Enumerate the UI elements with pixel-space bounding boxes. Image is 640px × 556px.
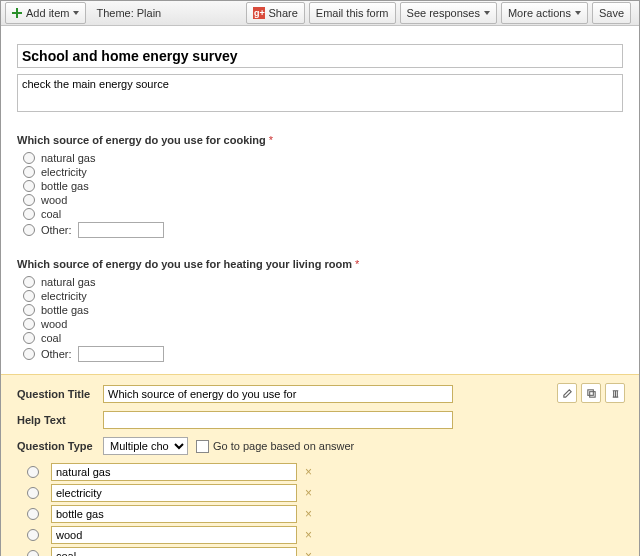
radio-icon[interactable] — [23, 224, 35, 236]
editor-option-input[interactable] — [51, 463, 297, 481]
radio-icon[interactable] — [23, 304, 35, 316]
add-item-label: Add item — [26, 7, 69, 19]
radio-icon[interactable] — [23, 332, 35, 344]
option-row[interactable]: wood — [17, 318, 623, 330]
radio-icon[interactable] — [23, 166, 35, 178]
go-to-page-checkbox-row[interactable]: Go to page based on answer — [196, 440, 354, 453]
share-button[interactable]: g+ Share — [246, 2, 304, 24]
theme-label: Theme: Plain — [90, 7, 167, 19]
editor-label-title: Question Title — [17, 388, 103, 400]
option-label: natural gas — [41, 152, 95, 164]
radio-icon[interactable] — [23, 152, 35, 164]
svg-rect-0 — [587, 389, 593, 395]
option-label: electricity — [41, 166, 87, 178]
chevron-down-icon — [484, 11, 490, 15]
edit-icon[interactable] — [557, 383, 577, 403]
radio-icon[interactable] — [27, 529, 39, 541]
option-row[interactable]: wood — [17, 194, 623, 206]
option-label: bottle gas — [41, 304, 89, 316]
option-row[interactable]: coal — [17, 332, 623, 344]
radio-icon[interactable] — [27, 550, 39, 556]
share-icon: g+ — [253, 7, 265, 19]
option-other-row[interactable]: Other: — [17, 346, 623, 362]
other-text-input[interactable] — [78, 346, 164, 362]
option-row[interactable]: bottle gas — [17, 180, 623, 192]
option-other-label: Other: — [41, 348, 72, 360]
checkbox-icon[interactable] — [196, 440, 209, 453]
save-button[interactable]: Save — [592, 2, 631, 24]
required-star: * — [269, 134, 273, 146]
add-item-button[interactable]: Add item — [5, 2, 86, 24]
remove-option-icon[interactable]: × — [305, 486, 312, 500]
chevron-down-icon — [73, 11, 79, 15]
required-star: * — [355, 258, 359, 270]
option-row[interactable]: bottle gas — [17, 304, 623, 316]
option-other-label: Other: — [41, 224, 72, 236]
editor-label-help: Help Text — [17, 414, 103, 426]
plus-icon — [12, 8, 22, 18]
option-label: coal — [41, 332, 61, 344]
option-label: bottle gas — [41, 180, 89, 192]
toolbar: Add item Theme: Plain g+ Share Email thi… — [1, 1, 639, 26]
remove-option-icon[interactable]: × — [305, 507, 312, 521]
option-row[interactable]: electricity — [17, 290, 623, 302]
remove-option-icon[interactable]: × — [305, 465, 312, 479]
question-block: Which source of energy do you use for co… — [17, 134, 623, 238]
option-row[interactable]: natural gas — [17, 276, 623, 288]
other-text-input[interactable] — [78, 222, 164, 238]
editor-toolbar — [557, 383, 625, 403]
delete-icon[interactable] — [605, 383, 625, 403]
radio-icon[interactable] — [27, 508, 39, 520]
option-label: wood — [41, 194, 67, 206]
editor-option-row: × — [27, 484, 623, 502]
radio-icon[interactable] — [23, 348, 35, 360]
option-row[interactable]: coal — [17, 208, 623, 220]
radio-icon[interactable] — [23, 318, 35, 330]
chevron-down-icon — [575, 11, 581, 15]
editor-option-row: × — [27, 526, 623, 544]
radio-icon[interactable] — [27, 466, 39, 478]
option-label: electricity — [41, 290, 87, 302]
editor-option-input[interactable] — [51, 505, 297, 523]
see-responses-button[interactable]: See responses — [400, 2, 497, 24]
question-title: Which source of energy do you use for co… — [17, 134, 623, 146]
editor-option-input[interactable] — [51, 484, 297, 502]
form-description-input[interactable]: check the main energy source — [17, 74, 623, 112]
radio-icon[interactable] — [23, 194, 35, 206]
remove-option-icon[interactable]: × — [305, 549, 312, 556]
radio-icon[interactable] — [23, 180, 35, 192]
option-label: natural gas — [41, 276, 95, 288]
option-row[interactable]: electricity — [17, 166, 623, 178]
editor-option-row: × — [27, 505, 623, 523]
editor-option-input[interactable] — [51, 547, 297, 556]
duplicate-icon[interactable] — [581, 383, 601, 403]
svg-rect-1 — [589, 391, 595, 397]
option-label: wood — [41, 318, 67, 330]
share-label: Share — [268, 7, 297, 19]
question-type-select[interactable]: Multiple choice — [103, 437, 188, 455]
editor-option-input[interactable] — [51, 526, 297, 544]
editor-option-row: × — [27, 463, 623, 481]
remove-option-icon[interactable]: × — [305, 528, 312, 542]
option-other-row[interactable]: Other: — [17, 222, 623, 238]
radio-icon[interactable] — [27, 487, 39, 499]
question-title-input[interactable] — [103, 385, 453, 403]
option-label: coal — [41, 208, 61, 220]
form-body: check the main energy source Which sourc… — [1, 26, 639, 374]
more-actions-button[interactable]: More actions — [501, 2, 588, 24]
help-text-input[interactable] — [103, 411, 453, 429]
question-title: Which source of energy do you use for he… — [17, 258, 623, 270]
question-block: Which source of energy do you use for he… — [17, 258, 623, 362]
editor-option-row: × — [27, 547, 623, 556]
radio-icon[interactable] — [23, 290, 35, 302]
email-form-button[interactable]: Email this form — [309, 2, 396, 24]
option-row[interactable]: natural gas — [17, 152, 623, 164]
form-title-input[interactable] — [17, 44, 623, 68]
question-editor: Question Title Help Text Question Type M… — [1, 374, 639, 556]
editor-label-type: Question Type — [17, 440, 103, 452]
go-to-page-label: Go to page based on answer — [213, 440, 354, 452]
radio-icon[interactable] — [23, 276, 35, 288]
radio-icon[interactable] — [23, 208, 35, 220]
